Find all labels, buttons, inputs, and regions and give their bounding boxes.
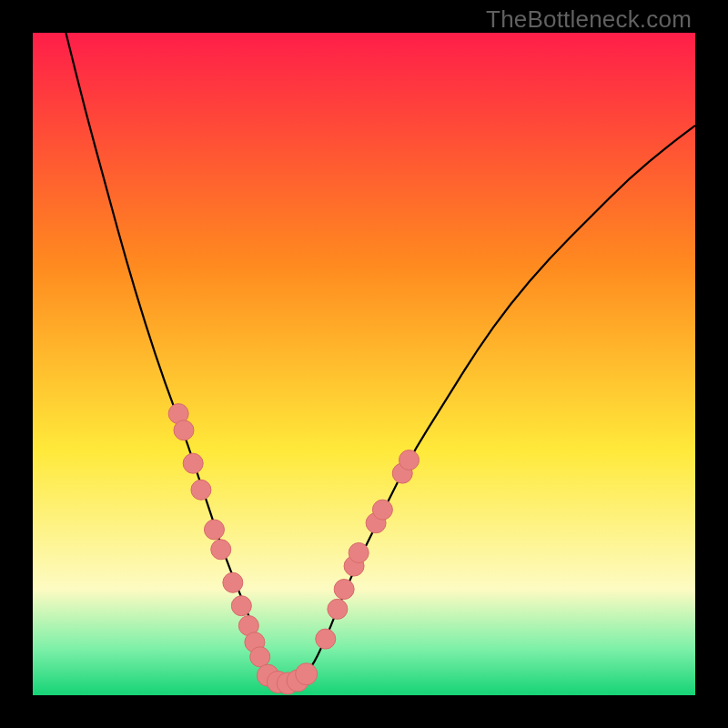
marker-dot: [250, 647, 270, 667]
marker-dot: [399, 450, 420, 470]
marker-dot: [296, 663, 318, 685]
marker-dot: [183, 453, 203, 473]
marker-dot: [223, 572, 243, 592]
marker-dot: [372, 500, 392, 520]
chart-frame: TheBottleneck.com: [0, 0, 728, 728]
watermark-text: TheBottleneck.com: [486, 5, 692, 34]
marker-dot: [349, 542, 369, 562]
marker-dot: [334, 580, 354, 600]
marker-dot: [316, 629, 336, 649]
marker-dot: [174, 420, 194, 440]
plot-area: [33, 33, 695, 695]
marker-dot: [328, 599, 348, 619]
bottleneck-curve: [66, 33, 695, 684]
marker-dot: [211, 540, 231, 560]
marker-dot: [204, 520, 224, 540]
marker-dot: [191, 480, 211, 500]
curve-layer: [33, 33, 695, 695]
marker-dot: [231, 596, 251, 616]
